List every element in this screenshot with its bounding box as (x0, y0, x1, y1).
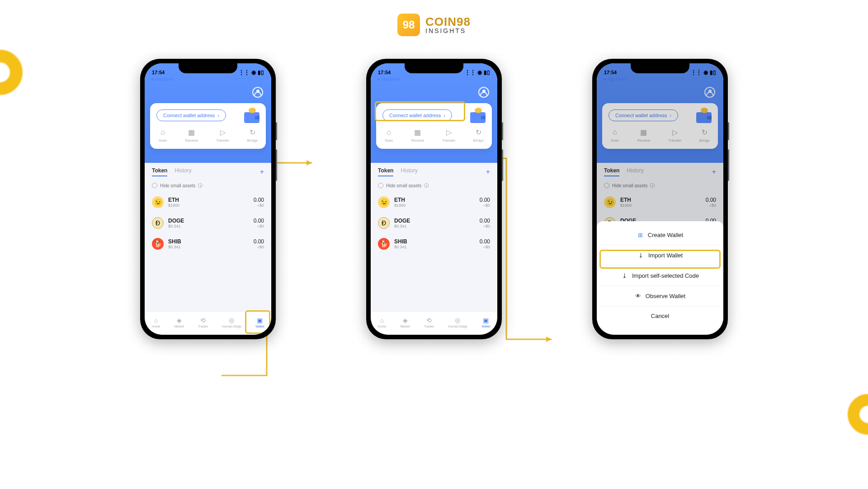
action-receive[interactable]: ▦Receive (411, 128, 424, 142)
market-icon: ◈ (177, 317, 182, 324)
nav-trades[interactable]: ⟲Trades (424, 317, 434, 328)
action-bridge[interactable]: ↻Bridge (473, 128, 484, 142)
nav-wallet[interactable]: ▣Wallet (481, 317, 490, 328)
sheet-observe-wallet[interactable]: 👁Observe Wallet (597, 286, 723, 306)
nav-home[interactable]: ⌂Home (378, 317, 387, 328)
radio-icon (378, 183, 383, 188)
svg-rect-1 (255, 116, 259, 119)
nav-wallet[interactable]: ▣Wallet (255, 317, 264, 328)
tab-token[interactable]: Token (152, 167, 167, 176)
shib-icon: 🐕 (152, 238, 164, 250)
tab-token[interactable]: Token (378, 167, 393, 176)
token-row-eth[interactable]: 😉ETH$1900 0.00=$0 (150, 192, 266, 213)
svg-point-2 (249, 108, 256, 113)
connect-wallet-button[interactable]: Connect wallet address › (156, 109, 226, 121)
action-scan[interactable]: ⌂Scan (384, 128, 393, 142)
dapp-icon: ◎ (229, 317, 234, 324)
wallet-icon: ▣ (257, 317, 263, 324)
tabs-row: Token History + (376, 163, 492, 179)
wallet-icon: ▣ (483, 317, 489, 324)
status-icons: ⋮⋮◉▮▯ (465, 69, 490, 76)
svg-rect-4 (481, 116, 486, 119)
action-transfer[interactable]: ▷Transfer (442, 128, 456, 142)
sheet-import-wallet[interactable]: ⤓Import Wallet (597, 245, 723, 266)
token-row-doge[interactable]: ÐDOGE$0.341 0.00=$0 (376, 213, 492, 233)
market-icon: ◈ (403, 317, 408, 324)
token-row-shib[interactable]: 🐕SHIB$0.341 0.00=$0 (150, 233, 266, 254)
nav-trades[interactable]: ⟲Trades (198, 317, 208, 328)
add-token-icon[interactable]: + (260, 168, 264, 176)
hide-label: Hide small assets (160, 183, 195, 188)
quick-actions: ⌂Scan ▦Receive ▷Transfer ↻Bridge (382, 128, 486, 142)
nav-inscript[interactable]: ◎Inscript./Dapp (448, 317, 467, 328)
download-icon: ⤓ (637, 252, 645, 259)
brand-icon: 98 (397, 14, 420, 36)
brand-logo: 98 COIN98 INSIGHTS (397, 14, 471, 36)
action-receive[interactable]: ▦Receive (185, 128, 198, 142)
token-row-eth[interactable]: 😉ETH$1900 0.00=$0 (376, 192, 492, 213)
wallet-illustration (468, 107, 487, 124)
connect-wallet-button[interactable]: Connect wallet address › (382, 109, 452, 121)
physical-button (276, 149, 277, 181)
nav-home[interactable]: ⌂Home (152, 317, 160, 328)
chevron-right-icon: › (443, 113, 445, 118)
home-icon: ⌂ (380, 317, 384, 324)
hide-small-assets-row[interactable]: Hide small assets i (376, 179, 492, 192)
token-row-shib[interactable]: 🐕SHIB$0.341 0.00=$0 (376, 233, 492, 254)
home-icon: ⌂ (154, 317, 158, 324)
tabs-row: Token History + (150, 163, 266, 179)
send-icon: ▷ (218, 128, 227, 137)
action-scan[interactable]: ⌂Scan (158, 128, 167, 142)
physical-button (728, 122, 729, 140)
signal-icon: ⋮⋮ (691, 69, 702, 76)
bottom-nav: ⌂Home ◈Market ⟲Trades ◎Inscript./Dapp ▣W… (371, 311, 497, 335)
hide-small-assets-row[interactable]: Hide small assets i (150, 179, 266, 192)
scan-icon: ⌂ (384, 128, 393, 137)
scan-icon: ⌂ (158, 128, 167, 137)
nav-market[interactable]: ◈Market (400, 317, 410, 328)
connect-label: Connect wallet address (163, 113, 215, 118)
bottom-nav: ⌂Home ◈Market ⟲Trades ◎Inscript./Dapp ▣W… (145, 311, 271, 335)
trades-icon: ⟲ (200, 317, 206, 324)
status-icons: ⋮⋮◉▮▯ (239, 69, 264, 76)
sheet-cancel[interactable]: Cancel (597, 306, 723, 326)
status-time: 17:54 (152, 70, 165, 75)
main-content: Token History + Hide small assets i 😉ETH… (145, 163, 271, 311)
doge-icon: Ð (152, 217, 164, 229)
nav-market[interactable]: ◈Market (174, 317, 184, 328)
notch (179, 63, 237, 73)
token-row-doge[interactable]: ÐDOGE$0.341 0.00=$0 (150, 213, 266, 233)
dapp-icon: ◎ (455, 317, 460, 324)
sheet-create-wallet[interactable]: ⊞Create Wallet (597, 225, 723, 245)
phones-container: 17:54 ⋮⋮◉▮▯ ◄ App Store Connect wallet a… (0, 59, 868, 339)
eth-icon: 😉 (378, 196, 390, 208)
action-transfer[interactable]: ▷Transfer (216, 128, 230, 142)
status-time: 17:54 (378, 70, 391, 75)
plus-square-icon: ⊞ (637, 231, 644, 238)
phone-step-3: 17:54 ⋮⋮◉▮▯ ◄ App Store Connect wallet a… (592, 59, 728, 339)
add-token-icon[interactable]: + (486, 168, 490, 176)
physical-button (502, 149, 503, 181)
trades-icon: ⟲ (426, 317, 432, 324)
battery-icon: ▮▯ (484, 69, 490, 76)
action-sheet: ⊞Create Wallet ⤓Import Wallet ⤓Import se… (597, 221, 723, 335)
wallet-illustration (242, 107, 261, 124)
signal-icon: ⋮⋮ (239, 69, 250, 76)
send-icon: ▷ (444, 128, 453, 137)
decorative-ring-right (848, 394, 868, 435)
battery-icon: ▮▯ (710, 69, 716, 76)
download-icon: ⤓ (621, 272, 628, 279)
shib-icon: 🐕 (378, 238, 390, 250)
screen-2: 17:54 ⋮⋮◉▮▯ ◄ App Store Connect wallet a… (371, 63, 497, 335)
nav-inscript[interactable]: ◎Inscript./Dapp (222, 317, 241, 328)
physical-button (276, 122, 277, 140)
profile-icon[interactable] (478, 87, 489, 98)
bridge-icon: ↻ (474, 128, 483, 137)
profile-icon[interactable] (252, 87, 263, 98)
action-bridge[interactable]: ↻Bridge (247, 128, 258, 142)
sheet-import-code[interactable]: ⤓Import self-selected Code (597, 266, 723, 286)
tab-history[interactable]: History (401, 167, 417, 176)
tab-history[interactable]: History (175, 167, 191, 176)
phone-step-2: 17:54 ⋮⋮◉▮▯ ◄ App Store Connect wallet a… (366, 59, 502, 339)
info-icon: i (198, 183, 203, 188)
